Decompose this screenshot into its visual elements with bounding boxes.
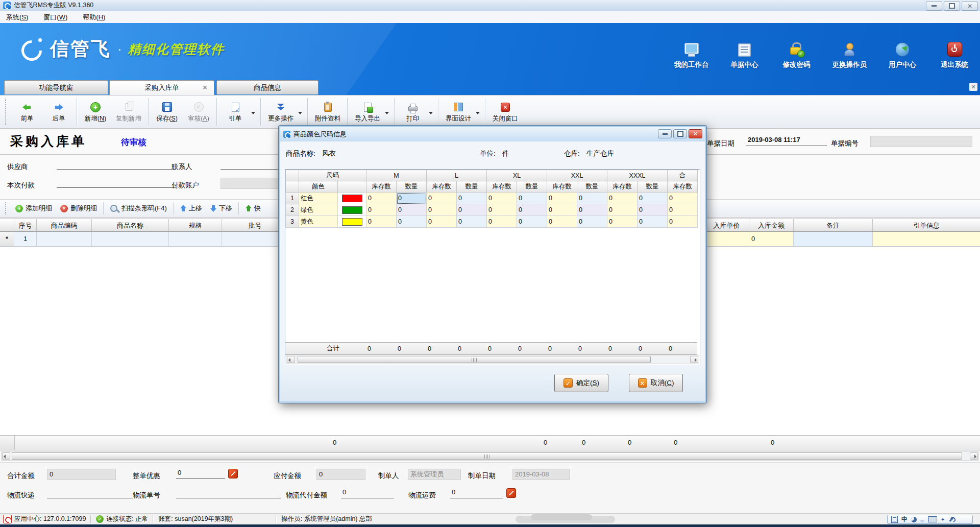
grid-header-amount[interactable]: 入库金额 [749, 219, 794, 232]
ime-fullhalf-icon[interactable] [911, 517, 917, 522]
move-up-button[interactable]: 上移 [176, 204, 206, 213]
delete-detail-button[interactable]: 删除明细 [56, 204, 101, 213]
action-my-workbench[interactable]: 我的工作台 [674, 41, 709, 69]
qty-cell[interactable]: 0 [638, 204, 668, 216]
dropdown-caret-icon[interactable] [385, 112, 389, 116]
window-minimize-button[interactable] [926, 1, 942, 11]
qty-cell[interactable]: 0 [517, 216, 547, 228]
payable-input[interactable]: 0 [316, 469, 365, 480]
scroll-thumb[interactable] [12, 452, 962, 460]
more-actions-button[interactable]: 更多操作 [263, 100, 298, 125]
qty-cell[interactable]: 0 [577, 204, 607, 216]
action-switch-operator[interactable]: 更换操作员 [832, 41, 867, 69]
action-user-center[interactable]: 用户中心 [886, 41, 919, 69]
ime-punct-icon[interactable]: ,, [920, 517, 924, 522]
ui-design-button[interactable]: 界面设计 [441, 100, 476, 125]
grid-header-price[interactable]: 入库单价 [704, 219, 749, 232]
doc-number-input[interactable] [870, 136, 972, 147]
freight-input[interactable]: 0 [450, 488, 503, 498]
supplier-input[interactable] [57, 159, 176, 170]
qty-cell[interactable]: 0 [638, 193, 668, 204]
prev-doc-button[interactable]: 前单 [11, 100, 43, 125]
window-restore-button[interactable] [944, 1, 960, 11]
cod-input[interactable]: 0 [341, 488, 394, 498]
window-close-button[interactable]: ✕ [962, 1, 978, 11]
scroll-left-icon[interactable] [287, 356, 295, 363]
qty-cell[interactable]: 0 [397, 193, 427, 204]
tabstrip-close-icon[interactable]: ✕ [969, 83, 977, 91]
ime-square-icon[interactable] [891, 516, 898, 523]
ime-settings-wrench-icon[interactable] [949, 517, 953, 521]
action-change-password[interactable]: ✓ 修改密码 [780, 41, 813, 69]
row-spec-cell[interactable] [169, 232, 222, 247]
row-refinfo-cell[interactable] [873, 232, 980, 247]
qty-cell[interactable]: 0 [397, 216, 427, 228]
payment-input[interactable] [57, 178, 176, 188]
total-amount-input[interactable]: 0 [47, 469, 116, 480]
dialog-h-scrollbar[interactable] [286, 355, 699, 364]
ime-language-bar[interactable]: 中 ,, ✦ [887, 515, 973, 524]
row-price-cell[interactable] [704, 232, 749, 247]
ime-keyboard-icon[interactable] [928, 516, 937, 522]
row-code-cell[interactable] [37, 232, 92, 247]
ok-button[interactable]: 确定(S) [554, 374, 608, 392]
tab-function-nav[interactable]: 功能导航窗 [4, 80, 108, 94]
import-export-button[interactable]: 导入导出 [350, 100, 385, 125]
action-document-center[interactable]: 单据中心 [728, 41, 761, 69]
ime-language-icon[interactable]: 中 [901, 516, 908, 523]
add-detail-button[interactable]: 添加明细 [11, 204, 56, 213]
print-button[interactable]: 打印 [397, 100, 429, 125]
tab-purchase-inbound[interactable]: 采购入库单 ✕ [109, 80, 214, 95]
freight-edit-icon[interactable] [506, 488, 516, 498]
menu-help[interactable]: 帮助(H) [83, 13, 105, 22]
qty-cell[interactable]: 0 [577, 216, 607, 228]
discount-edit-icon[interactable] [228, 469, 238, 478]
qty-cell[interactable]: 0 [638, 216, 668, 228]
grid-header-seq[interactable]: 序号 [14, 219, 37, 232]
row-amount-cell[interactable]: 0 [749, 232, 794, 247]
move-down-button[interactable]: 下移 [206, 204, 236, 213]
tab-close-icon[interactable]: ✕ [202, 81, 208, 95]
grid-h-scrollbar[interactable] [1, 451, 979, 461]
qty-cell[interactable]: 0 [517, 204, 547, 216]
qty-cell[interactable]: 0 [577, 193, 607, 204]
scroll-right-icon[interactable] [690, 356, 698, 363]
dialog-restore-button[interactable] [673, 129, 687, 138]
scroll-right-icon[interactable] [970, 452, 978, 460]
row-seq-cell[interactable]: 1 [14, 232, 37, 247]
menu-window[interactable]: 窗口(W) [43, 13, 67, 22]
dialog-minimize-button[interactable] [658, 129, 672, 138]
quick-entry-button[interactable]: 快 [241, 204, 265, 213]
cancel-button[interactable]: 取消(C) [629, 374, 683, 392]
close-window-button[interactable]: 关闭窗口 [488, 100, 523, 125]
qty-cell[interactable]: 0 [457, 204, 487, 216]
dropdown-caret-icon[interactable] [251, 112, 255, 116]
ref-doc-button[interactable]: 引单 [219, 100, 251, 125]
scan-barcode-button[interactable]: 扫描条形码(F4) [106, 204, 171, 213]
grid-header-refinfo[interactable]: 引单信息 [873, 219, 980, 232]
save-button[interactable]: 保存(S) [151, 100, 183, 125]
grid-header-code[interactable]: 商品编码 [37, 219, 92, 232]
doc-date-input[interactable]: 2019-03-08 11:17 [746, 136, 827, 146]
row-remark-cell[interactable] [794, 232, 873, 247]
scroll-thumb[interactable] [298, 356, 651, 363]
row-name-cell[interactable] [92, 232, 169, 247]
discount-input[interactable]: 0 [176, 469, 225, 479]
scroll-left-icon[interactable] [2, 452, 10, 460]
express-input[interactable] [47, 488, 133, 498]
qty-cell[interactable]: 0 [397, 204, 427, 216]
new-button[interactable]: 新增(N) [80, 100, 111, 125]
attachments-button[interactable]: 附件资料 [310, 100, 345, 125]
grid-header-spec[interactable]: 规格 [169, 219, 222, 232]
next-doc-button[interactable]: 后单 [43, 100, 75, 125]
ime-move-icon[interactable]: ✦ [941, 516, 945, 523]
tab-product-info[interactable]: 商品信息 [216, 80, 318, 94]
waybill-input[interactable] [176, 488, 281, 498]
qty-cell[interactable]: 0 [457, 193, 487, 204]
grid-header-name[interactable]: 商品名称 [92, 219, 169, 232]
dropdown-caret-icon[interactable] [476, 112, 480, 116]
qty-cell[interactable]: 0 [517, 193, 547, 204]
grid-header-remark[interactable]: 备注 [794, 219, 873, 232]
action-exit-system[interactable]: 退出系统 [938, 41, 971, 69]
dropdown-caret-icon[interactable] [298, 112, 302, 116]
